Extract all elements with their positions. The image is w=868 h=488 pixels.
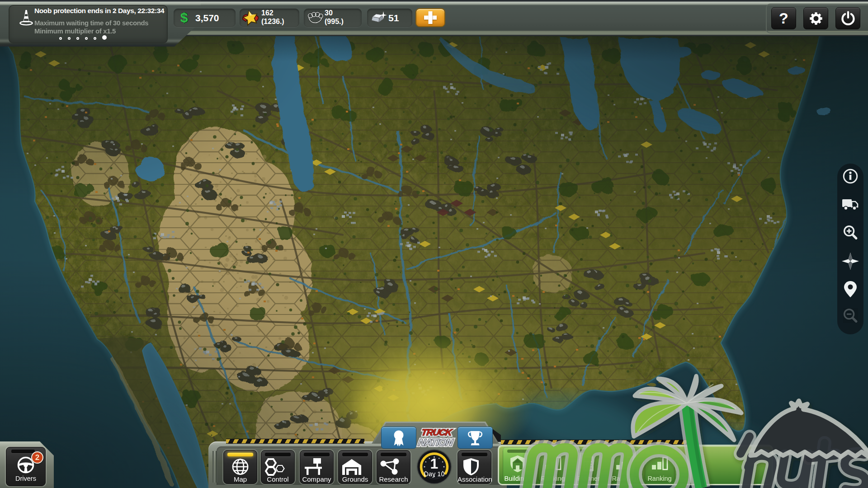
svg-text:Day 10: Day 10	[424, 470, 445, 478]
svg-text:1: 1	[430, 455, 439, 472]
svg-text:NATION: NATION	[417, 436, 454, 448]
svg-text:$: $	[180, 10, 188, 25]
svg-text:TRUCK: TRUCK	[420, 427, 453, 437]
